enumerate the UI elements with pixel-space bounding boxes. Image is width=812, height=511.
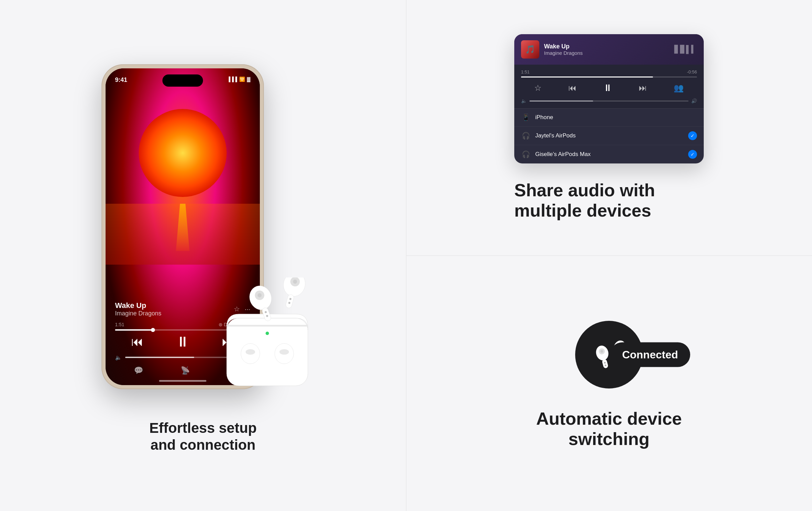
rewind-button[interactable]: ⏮ [131, 336, 143, 348]
volume-fill [125, 357, 194, 358]
status-icons: ▐▐▐ 🛜 ▓ [227, 76, 250, 82]
volume-min-icon: 🔈 [115, 354, 122, 361]
iphone-device-icon: 📱 [521, 113, 531, 121]
lyrics-icon[interactable]: 💬 [134, 366, 143, 375]
jaytel-airpods-icon: 🎧 [521, 132, 531, 140]
progress-fill [115, 329, 153, 331]
svg-point-6 [279, 349, 289, 355]
share-audio-title-block: Share audio withmultiple devices [514, 180, 704, 221]
panel-divider [406, 0, 406, 511]
time-elapsed: 1:51 [115, 322, 124, 327]
giselle-airpods-name: Giselle's AirPods Max [535, 151, 683, 158]
phone-scene: 9:41 ▐▐▐ 🛜 ▓ Wake Up Imagine Dragons [85, 58, 321, 413]
home-indicator [159, 380, 206, 382]
widget-fast-forward-button[interactable]: ⏭ [639, 83, 647, 93]
widget-favorite-icon[interactable]: ☆ [534, 83, 542, 93]
svg-point-2 [266, 332, 269, 335]
widget-rewind-button[interactable]: ⏮ [568, 83, 577, 93]
dynamic-island [162, 74, 203, 87]
connected-scene: Connected [535, 317, 683, 392]
connected-badge: Connected [610, 342, 690, 367]
widget-time-row: 1:51 -0:56 [521, 69, 697, 74]
widget-song-title: Wake Up [544, 43, 670, 50]
airpods-scene [213, 277, 321, 393]
share-audio-title: Share audio withmultiple devices [514, 180, 704, 221]
left-panel: 9:41 ▐▐▐ 🛜 ▓ Wake Up Imagine Dragons [0, 0, 406, 511]
sun-circle [139, 109, 227, 197]
svg-rect-16 [285, 294, 295, 308]
right-panel: 🎵 Wake Up Imagine Dragons ▋▊▌▍ 1:51 -0:5… [406, 0, 812, 511]
music-sharing-widget: 🎵 Wake Up Imagine Dragons ▋▊▌▍ 1:51 -0:5… [514, 34, 704, 163]
airplay-icon[interactable]: 📡 [181, 366, 190, 375]
widget-time-remaining: -0:56 [687, 69, 697, 74]
left-caption: Effortless setupand connection [149, 420, 256, 454]
widget-song-artist: Imagine Dragons [544, 50, 670, 56]
svg-rect-1 [227, 325, 308, 327]
song-details: Wake Up Imagine Dragons [115, 301, 161, 317]
giselle-airpods-icon: 🎧 [521, 150, 531, 158]
battery-icon: ▓ [247, 76, 250, 82]
airpods-illustration [213, 277, 321, 393]
auto-switching-section: Connected Automatic deviceswitching [406, 256, 812, 511]
widget-song-info: Wake Up Imagine Dragons [544, 43, 670, 56]
widget-progress-bar[interactable] [521, 76, 697, 77]
widget-vol-min-icon: 🔈 [521, 98, 527, 104]
play-pause-button[interactable]: ⏸ [176, 335, 190, 349]
jaytel-airpods-name: Jaytel's AirPods [535, 132, 683, 139]
wifi-icon: 🛜 [239, 76, 245, 82]
widget-vol-max-icon: 🔊 [691, 98, 697, 104]
widget-vol-bar[interactable] [529, 101, 689, 102]
auto-switching-title: Automatic deviceswitching [536, 409, 682, 449]
widget-share-audio-button[interactable]: 👥 [674, 83, 684, 93]
jaytel-check-icon: ✓ [688, 131, 697, 140]
waveform-icon: ▋▊▌▍ [674, 45, 697, 54]
widget-controls: 1:51 -0:56 ☆ ⏮ ⏸ ⏭ 👥 🔈 [514, 65, 704, 108]
widget-progress-fill [521, 76, 653, 77]
widget-time-elapsed: 1:51 [521, 69, 529, 74]
device-list: 📱 iPhone ✓ 🎧 Jaytel's AirPods ✓ 🎧 Gisell… [514, 108, 704, 163]
share-audio-section: 🎵 Wake Up Imagine Dragons ▋▊▌▍ 1:51 -0:5… [406, 0, 812, 256]
signal-icon: ▐▐▐ [227, 76, 237, 82]
widget-album-art: 🎵 [521, 40, 539, 59]
svg-rect-22 [602, 359, 608, 369]
progress-thumb [151, 328, 155, 332]
auto-switching-title-block: Automatic deviceswitching [536, 409, 682, 449]
device-item-giselle[interactable]: 🎧 Giselle's AirPods Max ✓ [514, 145, 704, 163]
song-title: Wake Up [115, 301, 161, 310]
widget-play-pause-button[interactable]: ⏸ [603, 82, 612, 93]
svg-point-4 [246, 349, 255, 355]
iphone-device-name: iPhone [535, 114, 697, 121]
widget-volume-row: 🔈 🔊 [521, 98, 697, 104]
widget-vol-fill [529, 101, 593, 102]
giselle-check-icon: ✓ [688, 150, 697, 159]
effortless-setup-text: Effortless setupand connection [149, 420, 256, 454]
svg-rect-0 [227, 318, 308, 386]
sunset-scene [106, 95, 260, 265]
device-item-jaytel[interactable]: 🎧 Jaytel's AirPods ✓ [514, 127, 704, 145]
widget-header: 🎵 Wake Up Imagine Dragons ▋▊▌▍ [514, 34, 704, 65]
widget-playback-buttons: ☆ ⏮ ⏸ ⏭ 👥 [521, 82, 697, 93]
status-time: 9:41 [115, 76, 127, 84]
device-item-iphone[interactable]: 📱 iPhone ✓ [514, 109, 704, 127]
song-artist: Imagine Dragons [115, 310, 161, 317]
